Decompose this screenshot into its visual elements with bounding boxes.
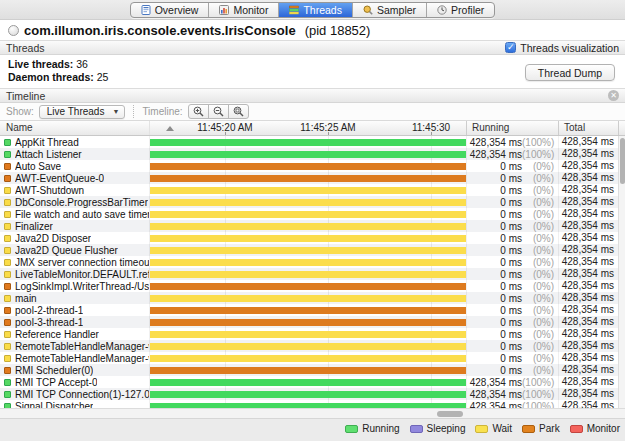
thread-timeline-cell[interactable] <box>149 280 466 292</box>
thread-name-cell[interactable]: LiveTableMonitor.DEFAULT.refreshT <box>0 269 149 280</box>
table-row[interactable]: RMI TCP Connection(1)-127.0.0.1428,354 m… <box>0 388 625 400</box>
column-header-total[interactable]: Total <box>558 121 618 135</box>
thread-name-cell[interactable]: pool-2-thread-1 <box>0 305 149 316</box>
thread-name-cell[interactable]: Signal Dispatcher <box>0 401 149 409</box>
thread-name-cell[interactable]: Reference Handler <box>0 329 149 340</box>
zoom-out-button[interactable] <box>208 104 229 119</box>
table-row[interactable]: AppKit Thread428,354 ms(100%)428,354 ms <box>0 136 625 148</box>
table-row[interactable]: File watch and auto save timer0 ms(0%)42… <box>0 208 625 220</box>
thread-timeline-cell[interactable] <box>149 148 466 160</box>
thread-timeline-cell[interactable] <box>149 388 466 400</box>
table-row[interactable]: Auto Save0 ms(0%)428,354 ms <box>0 160 625 172</box>
thread-timeline-cell[interactable] <box>149 328 466 340</box>
thread-name-cell[interactable]: RMI TCP Accept-0 <box>0 377 149 388</box>
thread-name: main <box>15 293 37 304</box>
thread-timeline-cell[interactable] <box>149 256 466 268</box>
zoom-fit-button[interactable] <box>228 104 249 119</box>
thread-name-cell[interactable]: main <box>0 293 149 304</box>
thread-timeline-cell[interactable] <box>149 352 466 364</box>
thread-name-cell[interactable]: JMX server connection timeout 99 <box>0 257 149 268</box>
thread-state-icon <box>4 307 11 314</box>
horizontal-scrollbar[interactable] <box>0 408 625 418</box>
thread-timeline-cell[interactable] <box>149 292 466 304</box>
thread-timeline-cell[interactable] <box>149 316 466 328</box>
zoom-button-group <box>188 104 249 119</box>
table-row[interactable]: LiveTableMonitor.DEFAULT.refreshT0 ms(0%… <box>0 268 625 280</box>
close-icon[interactable]: ✕ <box>608 90 619 101</box>
table-row[interactable]: DbConsole.ProgressBarTimer0 ms(0%)428,35… <box>0 196 625 208</box>
thread-name-cell[interactable]: Attach Listener <box>0 149 149 160</box>
thread-timeline-cell[interactable] <box>149 340 466 352</box>
table-row[interactable]: RemoteTableHandleManager-worke0 ms(0%)42… <box>0 340 625 352</box>
show-filter-dropdown[interactable]: Live Threads ▼ <box>39 105 126 119</box>
table-row[interactable]: Signal Dispatcher428,354 ms(100%)428,354… <box>0 400 625 408</box>
thread-timeline-cell[interactable] <box>149 160 466 172</box>
thread-name: Java2D Queue Flusher <box>15 245 118 256</box>
thread-name-cell[interactable]: LogSinkImpl.WriterThread-/Users/ <box>0 281 149 292</box>
thread-dump-button[interactable]: Thread Dump <box>525 64 615 81</box>
tab-sampler[interactable]: Sampler <box>353 3 427 17</box>
tab-overview[interactable]: Overview <box>131 3 210 17</box>
thread-timeline-cell[interactable] <box>149 376 466 388</box>
column-header-name[interactable]: Name <box>0 121 149 135</box>
thread-name-cell[interactable]: Auto Save <box>0 161 149 172</box>
thread-state-icon <box>4 343 11 350</box>
tab-monitor[interactable]: Monitor <box>209 3 279 17</box>
thread-name-cell[interactable]: RemoteTableHandleManager-worke <box>0 353 149 364</box>
running-value: 0 ms <box>500 317 522 328</box>
sampler-icon <box>363 5 373 15</box>
tab-threads[interactable]: Threads <box>279 3 353 17</box>
thread-name-cell[interactable]: AppKit Thread <box>0 137 149 148</box>
table-row[interactable]: AWT-Shutdown0 ms(0%)428,354 ms <box>0 184 625 196</box>
visualvm-window: Overview Monitor Threads Sampler Profile… <box>0 0 625 442</box>
table-row[interactable]: JMX server connection timeout 990 ms(0%)… <box>0 256 625 268</box>
thread-timeline-cell[interactable] <box>149 304 466 316</box>
thread-name-cell[interactable]: RMI Scheduler(0) <box>0 365 149 376</box>
table-row[interactable]: RMI Scheduler(0)0 ms(0%)428,354 ms <box>0 364 625 376</box>
table-row[interactable]: Finalizer0 ms(0%)428,354 ms <box>0 220 625 232</box>
table-row[interactable]: RMI TCP Accept-0428,354 ms(100%)428,354 … <box>0 376 625 388</box>
table-row[interactable]: LogSinkImpl.WriterThread-/Users/0 ms(0%)… <box>0 280 625 292</box>
thread-name-cell[interactable]: RMI TCP Connection(1)-127.0.0.1 <box>0 389 149 400</box>
table-row[interactable]: Java2D Queue Flusher0 ms(0%)428,354 ms <box>0 244 625 256</box>
thread-timeline-cell[interactable] <box>149 220 466 232</box>
thread-timeline-cell[interactable] <box>149 400 466 408</box>
thread-name-cell[interactable]: pool-3-thread-1 <box>0 317 149 328</box>
thread-name-cell[interactable]: AWT-Shutdown <box>0 185 149 196</box>
vertical-scrollbar-thumb[interactable] <box>620 138 625 184</box>
tab-profiler[interactable]: Profiler <box>427 3 494 17</box>
thread-name-cell[interactable]: DbConsole.ProgressBarTimer <box>0 197 149 208</box>
table-row[interactable]: pool-2-thread-10 ms(0%)428,354 ms <box>0 304 625 316</box>
thread-timeline-cell[interactable] <box>149 184 466 196</box>
thread-total-cell: 428,354 ms <box>558 160 618 172</box>
thread-timeline-cell[interactable] <box>149 136 466 148</box>
column-header-timeline[interactable]: 11:45:20 AM 11:45:25 AM 11:45:30 AM <box>149 121 466 135</box>
thread-name-cell[interactable]: Finalizer <box>0 221 149 232</box>
table-row[interactable]: main0 ms(0%)428,354 ms <box>0 292 625 304</box>
threads-visualization-toggle[interactable]: ✓ Threads visualization <box>505 42 619 54</box>
table-row[interactable]: Java2D Disposer0 ms(0%)428,354 ms <box>0 232 625 244</box>
table-row[interactable]: AWT-EventQueue-00 ms(0%)428,354 ms <box>0 172 625 184</box>
thread-name-cell[interactable]: Java2D Disposer <box>0 233 149 244</box>
thread-timeline-cell[interactable] <box>149 208 466 220</box>
thread-timeline-cell[interactable] <box>149 232 466 244</box>
checkbox-checked-icon[interactable]: ✓ <box>505 42 516 53</box>
table-row[interactable]: RemoteTableHandleManager-worke0 ms(0%)42… <box>0 352 625 364</box>
table-row[interactable]: Reference Handler0 ms(0%)428,354 ms <box>0 328 625 340</box>
table-row[interactable]: pool-3-thread-10 ms(0%)428,354 ms <box>0 316 625 328</box>
vertical-scrollbar[interactable] <box>618 136 625 408</box>
thread-name-cell[interactable]: File watch and auto save timer <box>0 209 149 220</box>
zoom-in-button[interactable] <box>188 104 209 119</box>
thread-timeline-cell[interactable] <box>149 172 466 184</box>
horizontal-scrollbar-thumb[interactable] <box>437 411 463 417</box>
running-value: 0 ms <box>500 257 522 268</box>
thread-timeline-cell[interactable] <box>149 268 466 280</box>
thread-name-cell[interactable]: AWT-EventQueue-0 <box>0 173 149 184</box>
thread-name-cell[interactable]: Java2D Queue Flusher <box>0 245 149 256</box>
table-row[interactable]: Attach Listener428,354 ms(100%)428,354 m… <box>0 148 625 160</box>
thread-timeline-cell[interactable] <box>149 244 466 256</box>
thread-timeline-cell[interactable] <box>149 364 466 376</box>
thread-timeline-cell[interactable] <box>149 196 466 208</box>
column-header-running[interactable]: Running <box>466 121 558 135</box>
thread-name-cell[interactable]: RemoteTableHandleManager-worke <box>0 341 149 352</box>
